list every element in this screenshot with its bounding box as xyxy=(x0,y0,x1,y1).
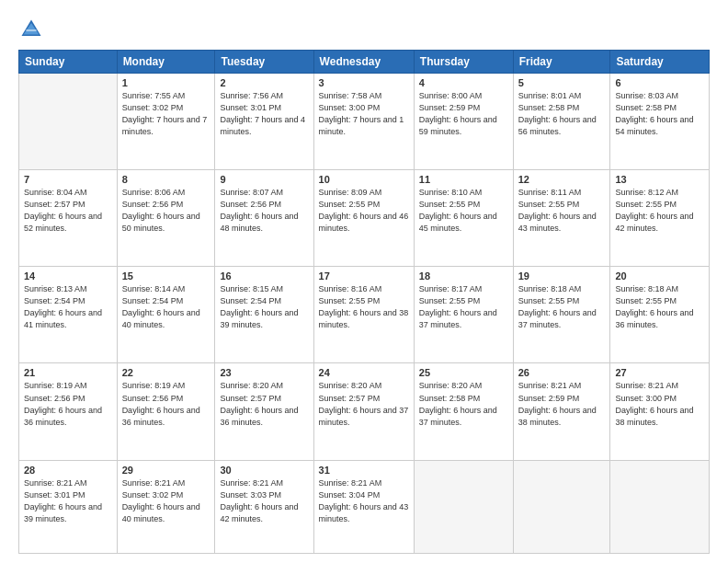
header-row: SundayMondayTuesdayWednesdayThursdayFrid… xyxy=(19,51,710,74)
day-number: 10 xyxy=(319,174,409,185)
day-number: 26 xyxy=(518,367,606,378)
calendar-cell: 20Sunrise: 8:18 AMSunset: 2:55 PMDayligh… xyxy=(610,267,710,363)
day-info: Sunrise: 8:06 AMSunset: 2:56 PMDaylight:… xyxy=(122,187,210,235)
day-info: Sunrise: 7:58 AMSunset: 3:00 PMDaylight:… xyxy=(319,90,409,138)
day-number: 9 xyxy=(220,174,308,185)
week-row-2: 7Sunrise: 8:04 AMSunset: 2:57 PMDaylight… xyxy=(19,170,710,267)
week-row-4: 21Sunrise: 8:19 AMSunset: 2:56 PMDayligh… xyxy=(19,363,710,460)
day-number: 17 xyxy=(319,270,409,282)
day-info: Sunrise: 8:13 AMSunset: 2:54 PMDaylight:… xyxy=(24,283,112,331)
day-info: Sunrise: 8:10 AMSunset: 2:55 PMDaylight:… xyxy=(419,187,508,235)
day-info: Sunrise: 8:19 AMSunset: 2:56 PMDaylight:… xyxy=(24,380,112,428)
calendar-cell xyxy=(414,460,513,553)
col-header-sunday: Sunday xyxy=(19,51,118,74)
day-info: Sunrise: 8:17 AMSunset: 2:55 PMDaylight:… xyxy=(419,283,508,331)
calendar-cell: 7Sunrise: 8:04 AMSunset: 2:57 PMDaylight… xyxy=(19,170,118,267)
day-info: Sunrise: 8:15 AMSunset: 2:54 PMDaylight:… xyxy=(220,283,308,331)
calendar-cell: 29Sunrise: 8:21 AMSunset: 3:02 PMDayligh… xyxy=(117,460,215,553)
page: SundayMondayTuesdayWednesdayThursdayFrid… xyxy=(0,0,728,563)
calendar-cell: 21Sunrise: 8:19 AMSunset: 2:56 PMDayligh… xyxy=(19,363,118,460)
calendar-table: SundayMondayTuesdayWednesdayThursdayFrid… xyxy=(18,50,710,554)
day-info: Sunrise: 8:01 AMSunset: 2:58 PMDaylight:… xyxy=(518,90,606,138)
day-info: Sunrise: 8:03 AMSunset: 2:58 PMDaylight:… xyxy=(615,90,704,138)
logo xyxy=(18,17,48,42)
calendar-cell xyxy=(513,460,610,553)
day-info: Sunrise: 8:19 AMSunset: 2:56 PMDaylight:… xyxy=(122,380,210,428)
day-number: 8 xyxy=(122,174,210,185)
day-info: Sunrise: 8:14 AMSunset: 2:54 PMDaylight:… xyxy=(122,283,210,331)
calendar-cell: 12Sunrise: 8:11 AMSunset: 2:55 PMDayligh… xyxy=(513,170,610,267)
day-info: Sunrise: 7:55 AMSunset: 3:02 PMDaylight:… xyxy=(122,90,210,138)
col-header-wednesday: Wednesday xyxy=(313,51,414,74)
day-number: 25 xyxy=(419,367,508,378)
calendar-cell: 5Sunrise: 8:01 AMSunset: 2:58 PMDaylight… xyxy=(513,74,610,170)
calendar-cell: 9Sunrise: 8:07 AMSunset: 2:56 PMDaylight… xyxy=(215,170,313,267)
day-number: 3 xyxy=(319,77,409,88)
calendar-cell: 1Sunrise: 7:55 AMSunset: 3:02 PMDaylight… xyxy=(117,74,215,170)
day-info: Sunrise: 8:18 AMSunset: 2:55 PMDaylight:… xyxy=(518,283,606,331)
calendar-cell xyxy=(610,460,710,553)
day-info: Sunrise: 8:21 AMSunset: 3:00 PMDaylight:… xyxy=(615,380,704,428)
day-number: 19 xyxy=(518,270,606,282)
col-header-tuesday: Tuesday xyxy=(215,51,313,74)
week-row-1: 1Sunrise: 7:55 AMSunset: 3:02 PMDaylight… xyxy=(19,74,710,170)
day-number: 6 xyxy=(615,77,704,88)
day-number: 15 xyxy=(122,270,210,282)
week-row-5: 28Sunrise: 8:21 AMSunset: 3:01 PMDayligh… xyxy=(19,460,710,553)
day-info: Sunrise: 8:11 AMSunset: 2:55 PMDaylight:… xyxy=(518,187,606,235)
day-info: Sunrise: 8:21 AMSunset: 3:02 PMDaylight:… xyxy=(122,477,210,525)
calendar-cell xyxy=(19,74,118,170)
day-number: 23 xyxy=(220,367,308,378)
calendar-cell: 26Sunrise: 8:21 AMSunset: 2:59 PMDayligh… xyxy=(513,363,610,460)
day-number: 28 xyxy=(24,465,112,476)
day-info: Sunrise: 8:18 AMSunset: 2:55 PMDaylight:… xyxy=(615,283,704,331)
day-info: Sunrise: 7:56 AMSunset: 3:01 PMDaylight:… xyxy=(220,90,308,138)
calendar-cell: 8Sunrise: 8:06 AMSunset: 2:56 PMDaylight… xyxy=(117,170,215,267)
col-header-monday: Monday xyxy=(117,51,215,74)
day-number: 31 xyxy=(319,465,409,476)
day-info: Sunrise: 8:21 AMSunset: 3:03 PMDaylight:… xyxy=(220,477,308,525)
day-info: Sunrise: 8:00 AMSunset: 2:59 PMDaylight:… xyxy=(419,90,508,138)
calendar-cell: 3Sunrise: 7:58 AMSunset: 3:00 PMDaylight… xyxy=(313,74,414,170)
day-number: 22 xyxy=(122,367,210,378)
day-info: Sunrise: 8:09 AMSunset: 2:55 PMDaylight:… xyxy=(319,187,409,235)
calendar-cell: 24Sunrise: 8:20 AMSunset: 2:57 PMDayligh… xyxy=(313,363,414,460)
day-info: Sunrise: 8:21 AMSunset: 2:59 PMDaylight:… xyxy=(518,380,606,428)
calendar-cell: 11Sunrise: 8:10 AMSunset: 2:55 PMDayligh… xyxy=(414,170,513,267)
day-info: Sunrise: 8:21 AMSunset: 3:01 PMDaylight:… xyxy=(24,477,112,525)
calendar-cell: 28Sunrise: 8:21 AMSunset: 3:01 PMDayligh… xyxy=(19,460,118,553)
day-number: 2 xyxy=(220,77,308,88)
day-info: Sunrise: 8:12 AMSunset: 2:55 PMDaylight:… xyxy=(615,187,704,235)
calendar-cell: 4Sunrise: 8:00 AMSunset: 2:59 PMDaylight… xyxy=(414,74,513,170)
calendar-cell: 25Sunrise: 8:20 AMSunset: 2:58 PMDayligh… xyxy=(414,363,513,460)
day-info: Sunrise: 8:04 AMSunset: 2:57 PMDaylight:… xyxy=(24,187,112,235)
day-number: 5 xyxy=(518,77,606,88)
calendar-cell: 17Sunrise: 8:16 AMSunset: 2:55 PMDayligh… xyxy=(313,267,414,363)
day-info: Sunrise: 8:21 AMSunset: 3:04 PMDaylight:… xyxy=(319,477,409,525)
header xyxy=(18,17,710,42)
calendar-cell: 31Sunrise: 8:21 AMSunset: 3:04 PMDayligh… xyxy=(313,460,414,553)
calendar-cell: 22Sunrise: 8:19 AMSunset: 2:56 PMDayligh… xyxy=(117,363,215,460)
day-number: 4 xyxy=(419,77,508,88)
day-number: 14 xyxy=(24,270,112,282)
day-number: 18 xyxy=(419,270,508,282)
day-number: 13 xyxy=(615,174,704,185)
day-number: 20 xyxy=(615,270,704,282)
day-number: 24 xyxy=(319,367,409,378)
col-header-friday: Friday xyxy=(513,51,610,74)
day-number: 7 xyxy=(24,174,112,185)
col-header-thursday: Thursday xyxy=(414,51,513,74)
day-info: Sunrise: 8:20 AMSunset: 2:58 PMDaylight:… xyxy=(419,380,508,428)
week-row-3: 14Sunrise: 8:13 AMSunset: 2:54 PMDayligh… xyxy=(19,267,710,363)
day-number: 16 xyxy=(220,270,308,282)
calendar-cell: 10Sunrise: 8:09 AMSunset: 2:55 PMDayligh… xyxy=(313,170,414,267)
day-number: 21 xyxy=(24,367,112,378)
calendar-cell: 23Sunrise: 8:20 AMSunset: 2:57 PMDayligh… xyxy=(215,363,313,460)
calendar-cell: 14Sunrise: 8:13 AMSunset: 2:54 PMDayligh… xyxy=(19,267,118,363)
col-header-saturday: Saturday xyxy=(610,51,710,74)
calendar-cell: 27Sunrise: 8:21 AMSunset: 3:00 PMDayligh… xyxy=(610,363,710,460)
calendar-cell: 30Sunrise: 8:21 AMSunset: 3:03 PMDayligh… xyxy=(215,460,313,553)
calendar-cell: 13Sunrise: 8:12 AMSunset: 2:55 PMDayligh… xyxy=(610,170,710,267)
calendar-cell: 15Sunrise: 8:14 AMSunset: 2:54 PMDayligh… xyxy=(117,267,215,363)
calendar-cell: 6Sunrise: 8:03 AMSunset: 2:58 PMDaylight… xyxy=(610,74,710,170)
